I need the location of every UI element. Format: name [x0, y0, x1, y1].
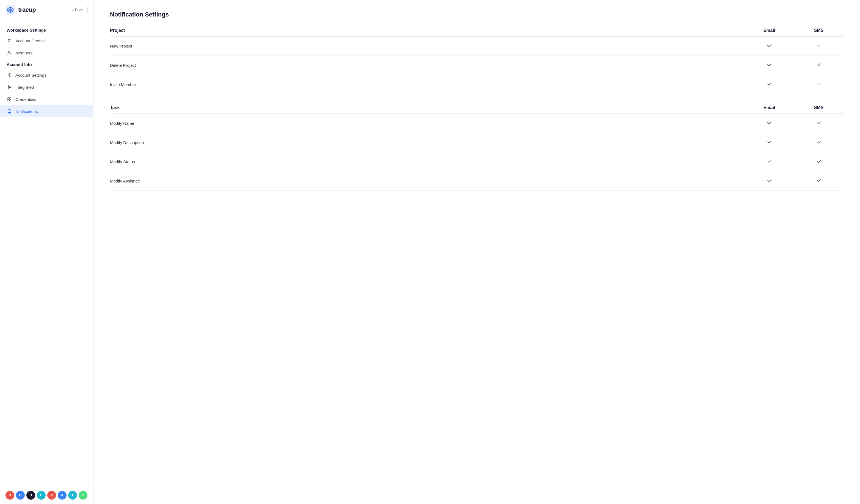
avatar: C [37, 491, 46, 500]
checkmark-icon [816, 178, 821, 184]
avatar: G [78, 491, 87, 500]
sidebar-item-account-credits[interactable]: Account Credits [0, 35, 93, 47]
checkmark-icon [766, 62, 772, 69]
sidebar: tracup ‹ Back Workspace Settings Account… [0, 0, 94, 504]
email-check[interactable] [745, 139, 794, 146]
avatar-list: R B D C P A T G [5, 491, 87, 500]
avatar: A [58, 491, 67, 500]
sms-check[interactable] [794, 158, 844, 165]
sms-check[interactable] [794, 81, 844, 88]
sms-check[interactable] [794, 43, 844, 49]
sms-check[interactable] [794, 120, 844, 127]
sms-check[interactable] [794, 139, 844, 146]
logo-icon [5, 5, 15, 15]
avatar: B [16, 491, 25, 500]
avatar: P [47, 491, 56, 500]
row-label: Delete Project [110, 63, 745, 68]
email-col-label: Email [745, 28, 794, 33]
table-row: Delete Project [110, 56, 844, 75]
task-table-header: Task Email SMS [110, 105, 844, 114]
email-check[interactable] [745, 62, 794, 69]
svg-rect-6 [8, 98, 9, 99]
grid-icon [6, 97, 12, 102]
svg-point-1 [9, 51, 10, 53]
person-icon [6, 50, 12, 56]
workspace-settings-title: Workspace Settings [0, 25, 93, 35]
sidebar-item-label: Account Settings [15, 73, 46, 77]
table-row: New Project [110, 36, 844, 56]
email-check[interactable] [745, 178, 794, 184]
checkmark-icon [766, 178, 772, 184]
row-label: Modify Assignee [110, 179, 745, 183]
sidebar-item-label: Integrated [15, 85, 34, 90]
checkmark-icon [816, 62, 821, 69]
checkmark-icon [816, 120, 821, 127]
table-row: Modify Name [110, 114, 844, 133]
sidebar-item-label: Credentials [15, 97, 36, 102]
back-label: Back [75, 8, 84, 12]
table-row: Modify Description [110, 133, 844, 152]
row-label: New Project [110, 44, 745, 48]
task-col-label: Task [110, 105, 745, 110]
sidebar-item-credentials[interactable]: Credentials [0, 93, 93, 105]
table-row: Invite Member [110, 75, 844, 94]
table-row: Modify Status [110, 152, 844, 172]
sms-check[interactable] [794, 178, 844, 184]
checkmark-icon [766, 158, 772, 165]
email-check[interactable] [745, 43, 794, 49]
project-table-header: Project Email SMS [110, 28, 844, 36]
sms-col-label: SMS [794, 105, 844, 110]
checkmark-icon [766, 139, 772, 146]
checkmark-icon [766, 81, 772, 88]
email-check[interactable] [745, 81, 794, 88]
sidebar-item-notifications[interactable]: Notifications [0, 105, 93, 117]
account-info-title: Account Info [0, 59, 93, 69]
checkmark-icon-disabled [816, 43, 821, 49]
back-button[interactable]: ‹ Back [68, 6, 88, 14]
row-label: Modify Status [110, 159, 745, 164]
bell-icon [6, 108, 12, 114]
branch-icon [6, 84, 12, 90]
row-label: Modify Name [110, 121, 745, 125]
sidebar-bottom: R B D C P A T G [0, 486, 93, 504]
sms-col-label: SMS [794, 28, 844, 33]
svg-point-2 [9, 74, 10, 76]
table-row: Modify Assignee [110, 172, 844, 191]
email-col-label: Email [745, 105, 794, 110]
checkmark-icon [816, 139, 821, 146]
page-title: Notification Settings [110, 11, 844, 18]
sidebar-item-label: Notifications [15, 109, 38, 114]
project-section: Project Email SMS New Project Delete Pro… [110, 28, 844, 94]
email-check[interactable] [745, 158, 794, 165]
sidebar-nav: Workspace Settings Account Credits Membe… [0, 20, 93, 486]
main-content: Notification Settings Project Email SMS … [94, 0, 860, 504]
sidebar-item-label: Account Credits [15, 39, 45, 43]
avatar: R [5, 491, 14, 500]
sidebar-item-members[interactable]: Members [0, 47, 93, 59]
gear-icon [6, 72, 12, 78]
sidebar-header: tracup ‹ Back [0, 0, 93, 20]
sidebar-item-account-settings[interactable]: Account Settings [0, 69, 93, 81]
task-section: Task Email SMS Modify Name Modify Descri… [110, 105, 844, 191]
email-check[interactable] [745, 120, 794, 127]
logo: tracup [5, 5, 36, 15]
svg-rect-7 [10, 98, 11, 99]
sidebar-item-integrated[interactable]: Integrated [0, 81, 93, 93]
checkmark-icon [816, 158, 821, 165]
avatar: D [26, 491, 35, 500]
avatar: T [68, 491, 77, 500]
svg-rect-8 [8, 100, 9, 101]
sigma-icon [6, 38, 12, 43]
project-col-label: Project [110, 28, 745, 33]
svg-rect-9 [10, 100, 11, 101]
checkmark-icon-disabled [816, 81, 821, 88]
row-label: Modify Description [110, 140, 745, 145]
checkmark-icon [766, 120, 772, 127]
sms-check[interactable] [794, 62, 844, 69]
checkmark-icon [766, 43, 772, 49]
back-chevron-icon: ‹ [72, 8, 73, 12]
logo-text: tracup [18, 6, 36, 13]
row-label: Invite Member [110, 82, 745, 87]
sidebar-item-label: Members [15, 50, 33, 55]
